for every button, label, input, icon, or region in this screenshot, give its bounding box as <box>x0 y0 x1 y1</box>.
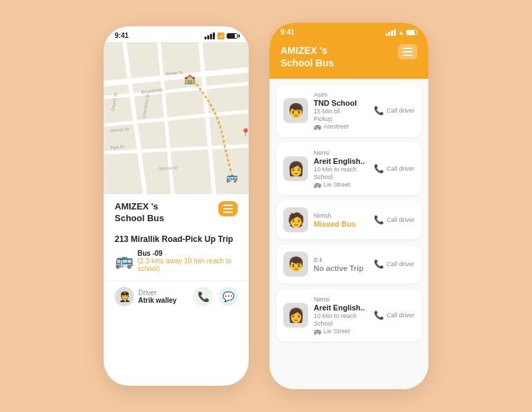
card-action: School <box>314 320 368 327</box>
signal-icon <box>205 32 215 39</box>
driver-actions: 📞 💬 <box>193 287 238 306</box>
card-school: Missed Bus <box>314 220 368 228</box>
call-icon: 📞 <box>374 164 384 174</box>
driver-name-label: Nirtish <box>314 212 368 219</box>
call-icon: 📞 <box>374 106 384 115</box>
card-body: Nensi Areit English.. 10 Min to reachSch… <box>314 296 368 335</box>
cards-list: 👦 Asim TND School 15 Min tillPickup 🚌Are… <box>269 79 428 389</box>
driver-name-label: Nensi <box>314 149 368 156</box>
card-actions: 📞 Call driver <box>374 215 415 225</box>
wifi-icon: 📶 <box>217 32 225 39</box>
trip-info: 213 Mirallik Road-Pick Up Trip 🚌 Bus -09… <box>104 229 249 277</box>
trip-card: 👦 B.k No active Trip 📞 Call driver <box>276 245 421 283</box>
card-actions: 📞 Call driver <box>374 259 415 269</box>
trip-card: 👩 Nensi Areit English.. 10 Min to reachS… <box>276 289 421 341</box>
card-school: Areit English.. <box>314 303 368 312</box>
driver-avatar: 🧑‍✈️ <box>115 287 134 306</box>
battery-icon <box>227 33 238 39</box>
app-title-right: AMIZEX 's School Bus <box>281 44 334 69</box>
driver-name-label: Nensi <box>314 296 368 303</box>
card-actions: 📞 Call driver <box>374 106 415 115</box>
map-area: Broadway Church St Warren St Park Pl Spr… <box>104 42 249 194</box>
call-label: Call driver <box>386 216 415 223</box>
call-icon: 📞 <box>374 259 384 269</box>
right-header: AMIZEX 's School Bus <box>269 39 428 79</box>
card-action: Pickup <box>314 115 368 122</box>
status-bar-left: 9:41 📶 <box>104 26 249 42</box>
trip-card: 🧑 Nirtish Missed Bus 📞 Call driver <box>276 200 421 239</box>
bus-row: 🚌 Bus -09 (2.3 kms away 10 min reach to … <box>115 250 238 272</box>
card-body: Asim TND School 15 Min tillPickup 🚌Arest… <box>314 91 368 130</box>
svg-text:🚌: 🚌 <box>226 171 238 183</box>
driver-left: 🧑‍✈️ Driver Atrik walley <box>115 287 177 306</box>
battery-icon-right <box>406 30 417 35</box>
card-avatar: 👦 <box>283 98 308 123</box>
app-title-left: AMIZEX 's School Bus <box>115 201 164 225</box>
svg-text:📍: 📍 <box>240 127 249 138</box>
call-icon: 📞 <box>374 310 384 320</box>
call-driver-button[interactable]: 📞 Call driver <box>374 259 415 269</box>
card-body: Nirtish Missed Bus <box>314 212 368 228</box>
card-avatar: 🧑 <box>283 207 308 232</box>
trip-card: 👦 Asim TND School 15 Min tillPickup 🚌Are… <box>276 84 421 137</box>
card-eta: 10 Min to reach <box>314 312 368 319</box>
call-driver-button[interactable]: 📞 Call driver <box>374 164 415 174</box>
call-driver-button[interactable]: 📞 Call driver <box>374 310 415 320</box>
status-icons-left: 📶 <box>205 32 238 39</box>
time-left: 9:41 <box>115 32 129 39</box>
driver-row: 🧑‍✈️ Driver Atrik walley 📞 💬 <box>104 281 249 312</box>
driver-info: Driver Atrik walley <box>138 289 177 304</box>
trip-title: 213 Mirallik Road-Pick Up Trip <box>115 234 238 244</box>
call-driver-button[interactable]: 📞 Call driver <box>374 106 415 115</box>
card-eta: 10 Min to reach <box>314 166 368 173</box>
svg-text:🏫: 🏫 <box>184 73 196 85</box>
call-label: Call driver <box>386 261 415 268</box>
driver-name: Atrik walley <box>138 297 177 304</box>
card-location: 🚌Arestreet <box>314 123 368 130</box>
status-icons-right: ▲ <box>386 29 417 36</box>
call-label: Call driver <box>386 312 415 319</box>
call-label: Call driver <box>386 165 415 172</box>
signal-icon-right <box>386 29 396 36</box>
card-eta: 15 Min till <box>314 108 368 115</box>
call-button[interactable]: 📞 <box>193 287 213 306</box>
card-school: Areit English.. <box>314 157 368 165</box>
card-avatar: 👩 <box>283 156 308 181</box>
time-right: 9:41 <box>281 28 294 36</box>
status-bar-right: 9:41 ▲ <box>269 23 428 39</box>
menu-button-right[interactable] <box>398 44 417 59</box>
phones-container: 9:41 📶 <box>104 23 428 389</box>
card-actions: 📞 Call driver <box>374 310 415 320</box>
call-icon: 📞 <box>374 215 384 225</box>
card-actions: 📞 Call driver <box>374 164 415 174</box>
wifi-icon-right: ▲ <box>398 29 404 36</box>
card-avatar: 👩 <box>283 303 308 328</box>
trip-card: 👩 Nensi Areit English.. 10 Min to reachS… <box>276 142 421 195</box>
bus-number: Bus -09 <box>137 250 238 257</box>
bus-eta: (2.3 kms away 10 min reach to school) <box>137 257 238 272</box>
card-avatar: 👦 <box>283 252 308 277</box>
driver-label: Driver <box>138 289 177 297</box>
driver-name-label: Asim <box>314 91 368 98</box>
card-school: No active Trip <box>314 264 368 272</box>
driver-name-label: B.k <box>314 256 368 263</box>
left-phone-header: AMIZEX 's School Bus <box>104 194 249 229</box>
menu-button-left[interactable] <box>218 201 238 216</box>
chat-button[interactable]: 💬 <box>218 287 238 306</box>
right-phone: 9:41 ▲ AMIZEX 's School Bus <box>269 23 428 389</box>
card-location: 🚌Lie Street <box>314 328 368 335</box>
call-driver-button[interactable]: 📞 Call driver <box>374 215 415 225</box>
bus-details: Bus -09 (2.3 kms away 10 min reach to sc… <box>137 250 238 272</box>
card-school: TND School <box>314 99 368 107</box>
map-svg: Broadway Church St Warren St Park Pl Spr… <box>104 42 249 194</box>
left-phone: 9:41 📶 <box>104 26 249 386</box>
card-location: 🚌Lie Street <box>314 181 368 188</box>
card-body: Nensi Areit English.. 10 Min to reachSch… <box>314 149 368 188</box>
call-label: Call driver <box>386 107 415 114</box>
bus-icon: 🚌 <box>115 252 133 270</box>
card-body: B.k No active Trip <box>314 256 368 272</box>
card-action: School <box>314 174 368 180</box>
